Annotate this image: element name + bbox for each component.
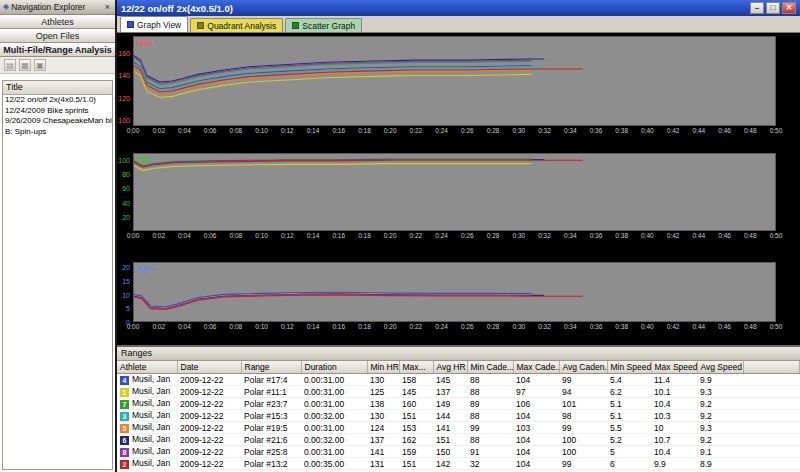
- file-list-item[interactable]: 12/24/2009 Bike sprints: [3, 106, 112, 117]
- table-cell: 144: [433, 410, 467, 422]
- delete-analysis-icon[interactable]: ▣: [34, 59, 46, 71]
- navigation-explorer-header: ◈ Navigation Explorer ×: [0, 0, 115, 15]
- table-cell: 2009-12-22: [177, 422, 241, 434]
- ranges-panel: Ranges AthleteDateRangeDurationMin HRMax…: [117, 345, 800, 472]
- table-cell: [743, 386, 800, 398]
- table-cell: 94: [559, 386, 607, 398]
- table-cell: 99: [559, 422, 607, 434]
- table-row[interactable]: 1Musil, Jan2009-12-22Polar #11:10.00:31.…: [117, 386, 800, 398]
- table-row[interactable]: 2Musil, Jan2009-12-22Polar #13:20.00:35.…: [117, 458, 800, 470]
- table-cell: [743, 458, 800, 470]
- table-cell: Polar #17:4: [241, 374, 301, 386]
- table-cell: [743, 374, 800, 386]
- table-cell: [743, 446, 800, 458]
- file-list-item[interactable]: 12/22 on/off 2x(4x0.5/1.0): [3, 95, 112, 106]
- column-header-min-cade[interactable]: Min Cade...: [467, 361, 513, 374]
- table-row[interactable]: 6Musil, Jan2009-12-22Polar #21:60.00:32.…: [117, 434, 800, 446]
- column-header-min-speed[interactable]: Min Speed: [607, 361, 651, 374]
- table-cell: 5.5: [607, 422, 651, 434]
- title-column-header[interactable]: Title: [3, 81, 112, 95]
- tab-scatter-graph[interactable]: Scatter Graph: [285, 18, 362, 32]
- sidebar-section-multi-file-range-analysis[interactable]: Multi-File/Range Analysis: [0, 43, 115, 57]
- table-cell: 162: [399, 434, 433, 446]
- table-cell: 10.1: [651, 386, 697, 398]
- table-cell: 149: [433, 398, 467, 410]
- table-cell: 0.00:32.00: [301, 434, 367, 446]
- table-cell: 2009-12-22: [177, 398, 241, 410]
- athlete-cell: 8Musil, Jan: [117, 446, 177, 458]
- report-icon[interactable]: ▦: [19, 59, 31, 71]
- column-header-avg-hr[interactable]: Avg HR: [433, 361, 467, 374]
- close-icon[interactable]: ×: [103, 3, 112, 12]
- table-cell: 137: [433, 386, 467, 398]
- column-header-avg-speed[interactable]: Avg Speed: [697, 361, 743, 374]
- column-header-range[interactable]: Range: [241, 361, 301, 374]
- series-line-polar-11-1: [134, 164, 531, 171]
- analysis-chart-icon[interactable]: ▤: [4, 59, 16, 71]
- nav-sections: AthletesOpen FilesMulti-File/Range Analy…: [0, 15, 115, 57]
- x-axis-labels: 0:000:020:040:060:080:100:120:140:160:18…: [133, 231, 776, 242]
- minimize-button[interactable]: –: [750, 2, 764, 14]
- x-axis-labels: 0:000:020:040:060:080:100:120:140:160:18…: [133, 126, 776, 137]
- table-cell: 104: [513, 374, 559, 386]
- sidebar-section-open-files[interactable]: Open Files: [0, 29, 115, 43]
- table-cell: 145: [399, 386, 433, 398]
- table-cell: 151: [433, 434, 467, 446]
- column-header-max-cade[interactable]: Max Cade...: [513, 361, 559, 374]
- navigation-explorer-title: Navigation Explorer: [11, 2, 85, 12]
- tab-quadrant-analysis[interactable]: Quadrant Analysis: [190, 18, 283, 32]
- graph-view-icon: [127, 21, 134, 28]
- cadence-plot[interactable]: rpm: [133, 153, 776, 231]
- tab-graph-view[interactable]: Graph View: [120, 16, 188, 32]
- table-row[interactable]: 4Musil, Jan2009-12-22Polar #17:40.00:31.…: [117, 374, 800, 386]
- column-header-avg-caden[interactable]: Avg Caden...: [559, 361, 607, 374]
- table-cell: Polar #11:1: [241, 386, 301, 398]
- cadence-chart: 20406080100 rpm 0:000:020:040:060:080:10…: [117, 153, 800, 242]
- speed-plot[interactable]: mph: [133, 262, 776, 322]
- column-header-duration[interactable]: Duration: [301, 361, 367, 374]
- table-cell: 124: [367, 422, 399, 434]
- table-cell: 137: [367, 434, 399, 446]
- heart-rate-plot[interactable]: bpm: [133, 36, 776, 126]
- table-cell: 130: [367, 374, 399, 386]
- file-list-item[interactable]: 9/26/2009 ChesapeakeMan bike 1st: [3, 116, 112, 127]
- sidebar-toolbar: ▤▦▣: [0, 57, 115, 74]
- restore-button[interactable]: □: [766, 2, 780, 14]
- quadrant-analysis-icon: [197, 22, 204, 29]
- table-cell: 10.7: [651, 434, 697, 446]
- table-cell: 89: [467, 398, 513, 410]
- table-cell: 9.3: [697, 386, 743, 398]
- column-header-min-hr[interactable]: Min HR: [367, 361, 399, 374]
- column-header-max-speed[interactable]: Max Speed: [651, 361, 697, 374]
- table-cell: 9.1: [697, 446, 743, 458]
- column-header-date[interactable]: Date: [177, 361, 241, 374]
- table-cell: 98: [559, 410, 607, 422]
- table-cell: 5.4: [607, 374, 651, 386]
- table-row[interactable]: 3Musil, Jan2009-12-22Polar #15:30.00:32.…: [117, 410, 800, 422]
- table-cell: 91: [467, 446, 513, 458]
- table-cell: 101: [559, 398, 607, 410]
- speed-chart: 05101520 mph 0:000:020:040:060:080:100:1…: [117, 262, 800, 333]
- table-cell: 88: [467, 434, 513, 446]
- athlete-cell: 6Musil, Jan: [117, 434, 177, 446]
- close-button[interactable]: ✕: [782, 2, 796, 14]
- tab-label: Graph View: [137, 20, 181, 30]
- analysis-workspace: 12/22 on/off 2x(4x0.5/1.0) –□✕ Graph Vie…: [117, 0, 800, 472]
- table-row[interactable]: 5Musil, Jan2009-12-22Polar #19:50.00:31.…: [117, 422, 800, 434]
- table-row[interactable]: 8Musil, Jan2009-12-22Polar #25:80.00:31.…: [117, 446, 800, 458]
- column-header-athlete[interactable]: Athlete: [117, 361, 177, 374]
- table-cell: 9.9: [697, 374, 743, 386]
- file-list-item[interactable]: B: Spin-ups: [3, 127, 112, 138]
- table-cell: 142: [433, 458, 467, 470]
- table-cell: [743, 434, 800, 446]
- table-row[interactable]: 7Musil, Jan2009-12-22Polar #23:70.00:31.…: [117, 398, 800, 410]
- view-tabs: Graph ViewQuadrant AnalysisScatter Graph: [117, 16, 800, 33]
- table-cell: 32: [467, 458, 513, 470]
- table-cell: 99: [559, 374, 607, 386]
- sidebar-section-athletes[interactable]: Athletes: [0, 15, 115, 29]
- column-header-max[interactable]: Max...: [399, 361, 433, 374]
- table-cell: 0.00:31.00: [301, 374, 367, 386]
- table-cell: 9.9: [651, 458, 697, 470]
- table-cell: [743, 422, 800, 434]
- table-cell: 151: [399, 410, 433, 422]
